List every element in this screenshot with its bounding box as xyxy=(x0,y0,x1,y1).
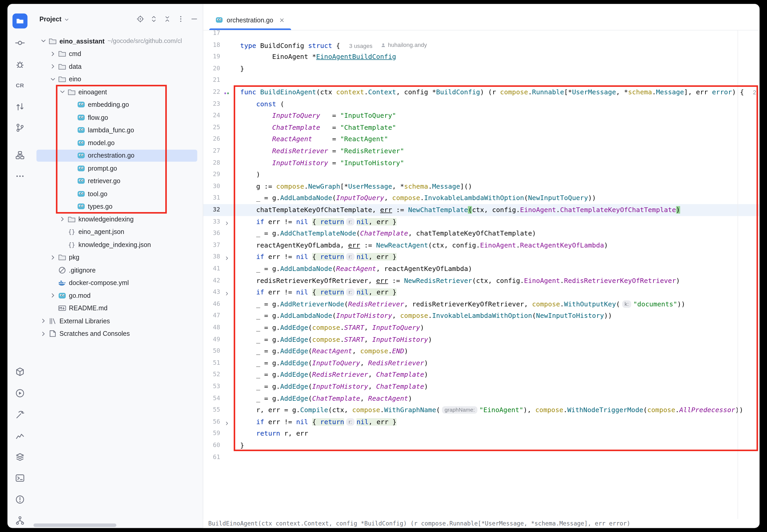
code-line-51[interactable]: 51 _ = g.AddEdge(InputToQuery, RedisRetr… xyxy=(203,357,760,369)
inlay-hint: r: xyxy=(346,218,354,225)
code-line-47[interactable]: 47 _ = g.AddLambdaNode(InputToHistory, c… xyxy=(203,310,760,322)
code-token: . xyxy=(304,183,308,190)
code-token: schema xyxy=(404,183,428,190)
code-token: . xyxy=(380,406,384,414)
code-line-38[interactable]: 38 if err != nil { returnr:nil, err } xyxy=(203,251,760,263)
code-line-52[interactable]: 52 _ = g.AddEdge(RedisRetriever, ChatTem… xyxy=(203,369,760,381)
code-token: = xyxy=(328,147,340,155)
code-token: ( xyxy=(308,383,312,390)
code-token: ) xyxy=(676,277,680,284)
code-line-19[interactable]: 19 EinoAgent *EinoAgentBuildConfig xyxy=(203,51,760,63)
code-line-60[interactable]: 60} xyxy=(203,440,760,451)
code-token: nil xyxy=(296,418,308,426)
code-token: AddEdge xyxy=(280,336,308,343)
folder-icon xyxy=(58,62,66,71)
code-text: } xyxy=(240,440,244,451)
code-line-26[interactable]: 26 ReactAgent = "ReactAgent" xyxy=(203,133,760,145)
line-number: 27 xyxy=(203,145,220,157)
code-token: . xyxy=(388,347,392,355)
code-token: return xyxy=(256,430,280,437)
code-line-28[interactable]: 28 InputToHistory = "InputToHistory" xyxy=(203,157,760,169)
code-line-30[interactable]: 30 g := compose.NewGraph[*UserMessage, *… xyxy=(203,181,760,192)
code-token: if xyxy=(256,288,264,296)
gutter-annotation-icon[interactable] xyxy=(223,89,230,96)
fold-marker-icon[interactable] xyxy=(224,254,230,260)
tree-item-label: eino xyxy=(69,76,81,83)
code-line-54[interactable]: 54 _ = g.AddEdge(ChatTemplate, ReactAgen… xyxy=(203,393,760,404)
code-line-59[interactable]: 59 return r, err xyxy=(203,428,760,440)
code-line-48[interactable]: 48 _ = g.AddEdge(compose.START, InputToQ… xyxy=(203,322,760,333)
code-token: compose xyxy=(276,183,304,190)
code-line-36[interactable]: 36 _ = g.AddChatTemplateNode(ChatTemplat… xyxy=(203,228,760,239)
code-token: ( xyxy=(643,406,647,414)
code-line-37[interactable]: 37 reactAgentKeyOfLambda, err := NewReac… xyxy=(203,239,760,251)
code-token: AddLambdaNode xyxy=(280,265,332,273)
code-line-24[interactable]: 24 InputToQuery = "InputToQuery" xyxy=(203,110,760,122)
fold-marker-icon[interactable] xyxy=(224,218,230,225)
code-token: InputToQuery xyxy=(336,194,384,202)
code-token: , err } xyxy=(368,218,397,225)
code-token: (ctx, config. xyxy=(428,242,480,249)
code-line-41[interactable]: 41 _ = g.AddLambdaNode(ReactAgent, react… xyxy=(203,263,760,275)
code-line-43[interactable]: 43 if err != nil { returnr:nil, err } xyxy=(203,287,760,298)
fold-marker-icon[interactable] xyxy=(224,289,230,295)
code-line-22[interactable]: 22func BuildEinoAgent(ctx context.Contex… xyxy=(203,86,760,98)
code-line-56[interactable]: 56 if err != nil { returnr:nil, err } xyxy=(203,416,760,428)
tree-item-label: tool.go xyxy=(88,190,107,197)
code-token: , * xyxy=(392,183,404,190)
code-token: RedisRetriever xyxy=(312,371,368,379)
line-number: 51 xyxy=(203,357,220,369)
panel-editor-divider[interactable] xyxy=(203,4,203,528)
code-token: InputToHistory xyxy=(312,383,368,390)
tab-orchestration-go[interactable]: orchestration.go xyxy=(209,10,291,30)
code-token: return xyxy=(320,218,344,225)
code-line-49[interactable]: 49 _ = g.AddEdge(compose.START, InputToH… xyxy=(203,334,760,345)
code-line-33[interactable]: 33 if err != nil { returnr:nil, err } xyxy=(203,216,760,228)
code-token: "documents" xyxy=(633,300,677,308)
code-token: := xyxy=(360,242,376,249)
code-token: NewReactAgent xyxy=(376,242,428,249)
tab-label: orchestration.go xyxy=(227,16,273,24)
code-token: if xyxy=(256,253,264,261)
code-line-46[interactable]: 46 _ = g.AddRetrieverNode(RedisRetriever… xyxy=(203,298,760,310)
code-token: chatTemplateKeyOfChatTemplate, xyxy=(240,206,380,214)
line-number: 50 xyxy=(203,345,220,357)
line-number: 43 xyxy=(203,287,220,298)
code-token: AddChatTemplateNode xyxy=(280,230,356,237)
code-token: RedisRetriever xyxy=(348,300,404,308)
code-line-21[interactable]: 21 xyxy=(203,75,760,86)
line-number: 42 xyxy=(203,275,220,287)
code-token: r, err xyxy=(280,430,308,437)
code-line-32[interactable]: 32 chatTemplateKeyOfChatTemplate, err :=… xyxy=(203,204,760,216)
code-token: ) xyxy=(404,347,408,355)
code-token: BuildConfig xyxy=(256,42,308,50)
tree-item-label: External Libraries xyxy=(59,317,110,325)
code-line-27[interactable]: 27 RedisRetriever = "RedisRetriever" xyxy=(203,145,760,157)
code-token: , config * xyxy=(396,88,436,96)
code-token: EinoAgent xyxy=(480,242,516,249)
line-number: 33 xyxy=(203,216,220,228)
close-icon[interactable] xyxy=(279,17,285,23)
code-text: func BuildEinoAgent(ctx context.Context,… xyxy=(240,86,756,98)
code-line-20[interactable]: 20} xyxy=(203,63,760,75)
fold-marker-icon[interactable] xyxy=(224,419,230,425)
code-line-29[interactable]: 29 ) xyxy=(203,169,760,181)
code-token: )) xyxy=(677,300,685,308)
code-line-23[interactable]: 23 const ( xyxy=(203,98,760,110)
code-line-18[interactable]: 18type BuildConfig struct {3 usageshuhai… xyxy=(203,39,760,51)
code-line-42[interactable]: 42 redisRetrieverKeyOfRetriever, err := … xyxy=(203,275,760,287)
tree-item-label: retriever.go xyxy=(88,177,120,185)
code-line-55[interactable]: 55 r, err = g.Compile(ctx, compose.WithG… xyxy=(203,404,760,416)
code-line-53[interactable]: 53 _ = g.AddEdge(InputToHistory, ChatTem… xyxy=(203,381,760,392)
line-number: 41 xyxy=(203,263,220,275)
code-line-25[interactable]: 25 ChatTemplate = "ChatTemplate" xyxy=(203,122,760,133)
code-line-50[interactable]: 50 _ = g.AddEdge(ReactAgent, compose.END… xyxy=(203,345,760,357)
line-number: 21 xyxy=(203,75,220,86)
line-number: 20 xyxy=(203,63,220,75)
code-line-61[interactable]: 61 xyxy=(203,451,760,463)
code-token: func xyxy=(240,88,256,96)
code-text: const ( xyxy=(240,98,284,110)
go-file-icon xyxy=(215,16,223,24)
code-line-31[interactable]: 31 _ = g.AddLambdaNode(InputToQuery, com… xyxy=(203,192,760,204)
project-panel-hscrollbar[interactable] xyxy=(33,523,116,527)
